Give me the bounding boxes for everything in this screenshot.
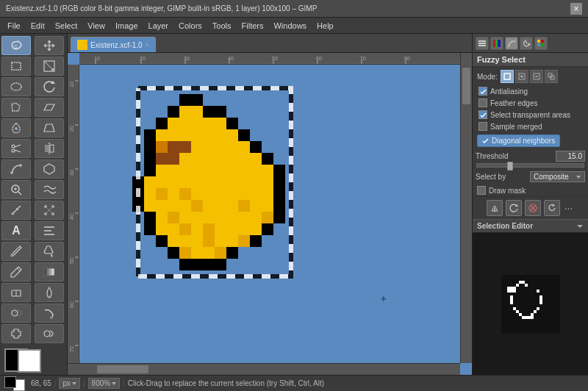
unit-dropdown[interactable]: px xyxy=(59,378,80,389)
select-by-dropdown[interactable]: Composite xyxy=(530,171,585,182)
antialiasing-checkbox[interactable] xyxy=(478,87,487,96)
tool-dodge-burn[interactable] xyxy=(35,324,64,343)
tool-align[interactable] xyxy=(35,221,64,240)
tool-warp[interactable] xyxy=(35,180,64,199)
svg-rect-33 xyxy=(44,268,54,276)
svg-rect-167 xyxy=(179,200,191,212)
tool-zoom[interactable] xyxy=(1,180,31,199)
tool-bucket-fill[interactable] xyxy=(35,242,64,261)
history-icon-btn[interactable] xyxy=(520,37,533,50)
tool-clone[interactable] xyxy=(1,304,31,323)
menu-view[interactable]: View xyxy=(83,20,110,32)
menu-windows[interactable]: Windows xyxy=(269,20,311,32)
svg-rect-195 xyxy=(226,223,238,235)
tool-measure[interactable] xyxy=(1,201,31,220)
menu-layer[interactable]: Layer xyxy=(144,20,173,32)
threshold-slider-track[interactable] xyxy=(476,163,584,168)
svg-rect-96 xyxy=(156,129,168,141)
selection-editor-collapse-icon[interactable] xyxy=(576,223,584,230)
threshold-slider-thumb[interactable] xyxy=(507,162,513,171)
tools-grid: S xyxy=(1,36,65,343)
transparent-checkbox[interactable] xyxy=(478,110,487,119)
action-refresh-btn[interactable] xyxy=(506,200,522,216)
tool-paintbrush[interactable] xyxy=(1,242,31,261)
menu-colors[interactable]: Colors xyxy=(174,20,207,32)
svg-rect-136 xyxy=(273,165,285,176)
svg-rect-168 xyxy=(191,200,203,212)
feather-checkbox[interactable] xyxy=(478,98,487,107)
threshold-input[interactable] xyxy=(556,151,585,162)
tool-eraser[interactable] xyxy=(1,283,31,302)
menu-tools[interactable]: Tools xyxy=(208,20,236,32)
scale-icon xyxy=(43,60,56,73)
scrollbar-vertical[interactable] xyxy=(460,53,472,363)
tool-rotate[interactable] xyxy=(35,77,64,96)
tool-foreground-select[interactable] xyxy=(1,118,31,137)
tool-cage[interactable] xyxy=(35,159,64,179)
canvas-tab-duck[interactable]: Existenz.xcf-1.0 × xyxy=(71,37,156,52)
layers-icon-btn[interactable] xyxy=(476,37,489,50)
svg-rect-159 xyxy=(238,188,250,200)
menu-select[interactable]: Select xyxy=(51,20,82,32)
svg-text:60: 60 xyxy=(69,302,74,308)
menu-edit[interactable]: Edit xyxy=(26,20,49,32)
menu-file[interactable]: File xyxy=(3,20,25,32)
tool-shear[interactable] xyxy=(35,98,64,117)
zoom-display[interactable]: 800% xyxy=(88,378,121,389)
background-color[interactable] xyxy=(18,349,41,373)
tool-text[interactable]: A xyxy=(1,221,31,240)
tool-ink[interactable] xyxy=(35,283,64,302)
tool-perspective[interactable] xyxy=(35,118,64,137)
tool-scissors[interactable] xyxy=(1,139,31,158)
tool-handle-transform[interactable] xyxy=(35,201,64,220)
svg-rect-205 xyxy=(226,235,238,247)
mode-add-btn[interactable] xyxy=(515,70,528,83)
svg-rect-188 xyxy=(144,223,156,235)
tool-free-select[interactable] xyxy=(1,98,31,117)
more-options-btn[interactable]: ··· xyxy=(563,202,575,214)
select-by-label: Select by xyxy=(476,173,506,181)
scroll-thumb-v[interactable] xyxy=(462,68,470,104)
tool-pencil[interactable] xyxy=(1,262,31,281)
tool-blend[interactable] xyxy=(35,262,64,281)
tool-flip[interactable] xyxy=(35,139,64,158)
colormap-icon-btn[interactable] xyxy=(534,37,548,50)
svg-rect-113 xyxy=(250,141,262,153)
draw-mask-checkbox[interactable] xyxy=(477,186,486,195)
svg-rect-123 xyxy=(250,153,262,165)
action-reset-btn[interactable] xyxy=(544,200,560,216)
channels-icon-btn[interactable] xyxy=(490,37,503,50)
mode-intersect-btn[interactable] xyxy=(545,70,558,83)
mode-subtract-btn[interactable] xyxy=(530,70,543,83)
tool-heal[interactable] xyxy=(1,324,31,343)
fg-swatch-status[interactable] xyxy=(4,376,16,388)
tool-paths[interactable] xyxy=(1,159,31,179)
tool-move[interactable] xyxy=(35,36,64,55)
fuzzy-select-header: Fuzzy Select xyxy=(473,53,588,67)
svg-rect-220 xyxy=(478,45,486,46)
tool-fuzzy-select[interactable]: S xyxy=(1,36,31,55)
diagonal-neighbors-area: Diagonal neighbors xyxy=(473,133,588,148)
menu-image[interactable]: Image xyxy=(111,20,143,32)
canvas-tab-close[interactable]: × xyxy=(146,41,149,49)
svg-rect-178 xyxy=(168,212,179,223)
svg-rect-221 xyxy=(478,43,486,44)
diagonal-neighbors-tag[interactable]: Diagonal neighbors xyxy=(477,134,560,147)
tool-scale[interactable] xyxy=(35,57,64,76)
menu-help[interactable]: Help xyxy=(312,20,338,32)
scrollbar-horizontal[interactable] xyxy=(68,363,460,375)
scroll-thumb-h[interactable] xyxy=(97,365,148,373)
tool-smudge[interactable] xyxy=(35,304,64,323)
action-save-btn[interactable] xyxy=(487,200,503,216)
mode-replace-btn[interactable] xyxy=(501,70,514,83)
tool-ellipse-select[interactable] xyxy=(1,77,31,96)
tool-rect-select[interactable] xyxy=(1,57,31,76)
sample-merged-checkbox[interactable] xyxy=(478,122,487,131)
svg-rect-255 xyxy=(513,290,516,293)
svg-rect-187 xyxy=(273,212,285,223)
paths-icon-btn[interactable] xyxy=(505,37,518,50)
action-delete-btn[interactable] xyxy=(525,200,541,216)
close-button[interactable]: × xyxy=(570,3,582,15)
canvas-content[interactable]: + xyxy=(79,65,460,363)
menu-filters[interactable]: Filters xyxy=(237,20,268,32)
